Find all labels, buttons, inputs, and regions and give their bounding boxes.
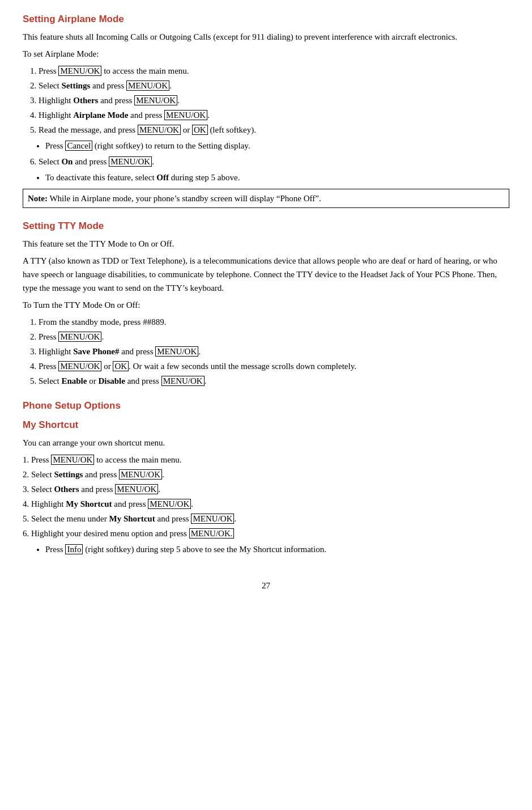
tty-menu-ok-box-1: MENU/OK (58, 332, 101, 342)
shortcut-my-shortcut-bold-2: My Shortcut (109, 514, 155, 523)
ok-box-1: OK (192, 125, 208, 135)
shortcut-step-6: 6. Highlight your desired menu option an… (23, 527, 509, 540)
shortcut-step-5: 5. Select the menu under My Shortcut and… (23, 512, 509, 525)
tty-step-4: Press MENU/OK or OK. Or wait a few secon… (39, 359, 509, 373)
tty-ok-box: OK (113, 361, 129, 371)
tty-menu-ok-box-2: MENU/OK (155, 346, 198, 357)
enable-bold: Enable (61, 376, 87, 385)
cancel-box: Cancel (65, 141, 92, 151)
airplane-step-3: Highlight Others and press MENU/OK. (39, 94, 509, 107)
airplane-bullet-2-list: To deactivate this feature, select Off d… (45, 171, 509, 184)
tty-menu-ok-box-4: MENU/OK (161, 376, 205, 386)
airplane-bullet-1-list: Press Cancel (right softkey) to return t… (45, 139, 509, 152)
menu-ok-box-4: MENU/OK (164, 110, 207, 120)
tty-step-2: Press MENU/OK. (39, 330, 509, 343)
tty-mode-title: Setting TTY Mode (23, 218, 509, 234)
shortcut-settings-bold: Settings (54, 470, 83, 479)
airplane-steps-list: Press MENU/OK to access the main menu. S… (39, 64, 509, 137)
shortcut-menu-ok-6: MENU/OK. (189, 528, 235, 538)
tty-mode-section: Setting TTY Mode This feature set the TT… (23, 218, 509, 388)
phone-setup-title: Phone Setup Options (23, 398, 509, 413)
my-shortcut-steps-list: 1. Press MENU/OK to access the main menu… (23, 453, 509, 540)
shortcut-my-shortcut-bold-1: My Shortcut (66, 499, 112, 508)
airplane-intro1: This feature shuts all Incoming Calls or… (23, 30, 509, 44)
tty-menu-ok-box-3: MENU/OK (58, 361, 101, 371)
shortcut-menu-ok-3: MENU/OK (115, 484, 158, 494)
note-label: Note: (28, 194, 48, 203)
shortcut-menu-ok-4: MENU/OK (148, 499, 191, 509)
my-shortcut-intro: You can arrange your own shortcut menu. (23, 436, 509, 449)
tty-intro3: To Turn the TTY Mode On or Off: (23, 298, 509, 312)
shortcut-bullet-list: Press Info (right softkey) during step 5… (45, 542, 509, 556)
shortcut-others-bold: Others (54, 485, 79, 494)
airplane-bullet-2: To deactivate this feature, select Off d… (45, 171, 509, 184)
others-bold-1: Others (73, 96, 98, 105)
airplane-intro2: To set Airplane Mode: (23, 47, 509, 61)
settings-bold-1: Settings (61, 81, 90, 90)
tty-intro1: This feature set the TTY Mode to On or O… (23, 237, 509, 251)
airplane-step-2: Select Settings and press MENU/OK. (39, 79, 509, 92)
shortcut-bullet-1: Press Info (right softkey) during step 5… (45, 542, 509, 556)
on-bold: On (61, 157, 73, 166)
phone-setup-section: Phone Setup Options My Shortcut You can … (23, 398, 509, 555)
save-phone-bold: Save Phone# (73, 347, 119, 356)
disable-bold: Disable (98, 376, 125, 385)
shortcut-menu-ok-5: MENU/OK (191, 514, 234, 524)
airplane-mode-section: Setting Airplane Mode This feature shuts… (23, 11, 509, 208)
shortcut-menu-ok-1: MENU/OK (51, 455, 94, 465)
airplane-step-4: Highlight Airplane Mode and press MENU/O… (39, 108, 509, 122)
info-box: Info (65, 544, 83, 554)
airplane-note-box: Note: While in Airplane mode, your phone… (23, 189, 509, 208)
menu-ok-box-2: MENU/OK (126, 80, 169, 91)
shortcut-menu-ok-2: MENU/OK (119, 469, 162, 480)
my-shortcut-title: My Shortcut (23, 417, 509, 432)
tty-step-5: Select Enable or Disable and press MENU/… (39, 374, 509, 388)
tty-steps-list: From the standby mode, press ##889. Pres… (39, 315, 509, 388)
airplane-mode-title: Setting Airplane Mode (23, 11, 509, 27)
shortcut-step-1: 1. Press MENU/OK to access the main menu… (23, 453, 509, 467)
shortcut-step-3: 3. Select Others and press MENU/OK. (23, 482, 509, 496)
shortcut-step-2: 2. Select Settings and press MENU/OK. (23, 468, 509, 481)
airplane-step-6: Select On and press MENU/OK. (39, 155, 509, 168)
airplane-step-6-list: Select On and press MENU/OK. (39, 155, 509, 168)
page-number: 27 (23, 579, 509, 592)
airplane-bullet-1: Press Cancel (right softkey) to return t… (45, 139, 509, 152)
shortcut-step-4: 4. Highlight My Shortcut and press MENU/… (23, 497, 509, 511)
airplane-step-1: Press MENU/OK to access the main menu. (39, 64, 509, 78)
tty-intro2: A TTY (also known as TDD or Text Telepho… (23, 254, 509, 295)
airplane-step-5: Read the message, and press MENU/OK or O… (39, 123, 509, 137)
menu-ok-box-3: MENU/OK (134, 95, 177, 105)
menu-ok-box-6: MENU/OK (109, 156, 152, 167)
menu-ok-box-5: MENU/OK (138, 125, 181, 135)
airplane-mode-bold: Airplane Mode (73, 111, 128, 120)
tty-step-3: Highlight Save Phone# and press MENU/OK. (39, 345, 509, 358)
off-bold: Off (156, 173, 169, 182)
menu-ok-box-1: MENU/OK (58, 66, 101, 76)
tty-step-1: From the standby mode, press ##889. (39, 315, 509, 329)
